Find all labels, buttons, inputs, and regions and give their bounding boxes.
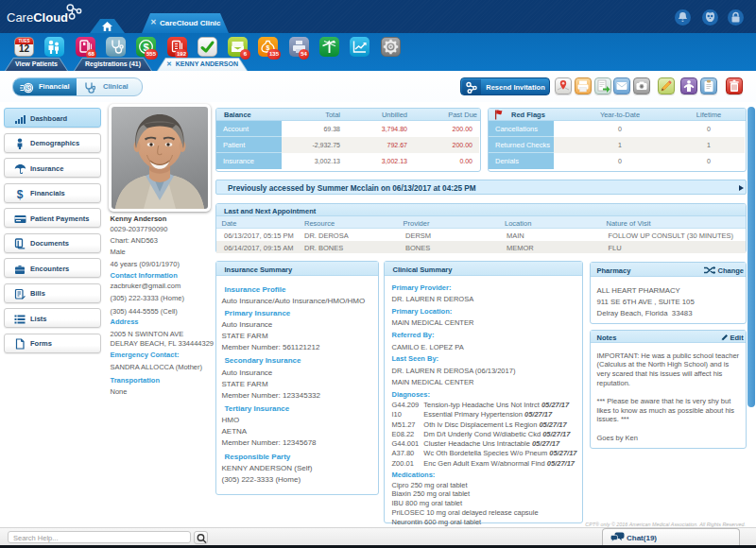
svg-text:$: $ <box>26 84 30 92</box>
svg-text:$: $ <box>17 188 24 200</box>
